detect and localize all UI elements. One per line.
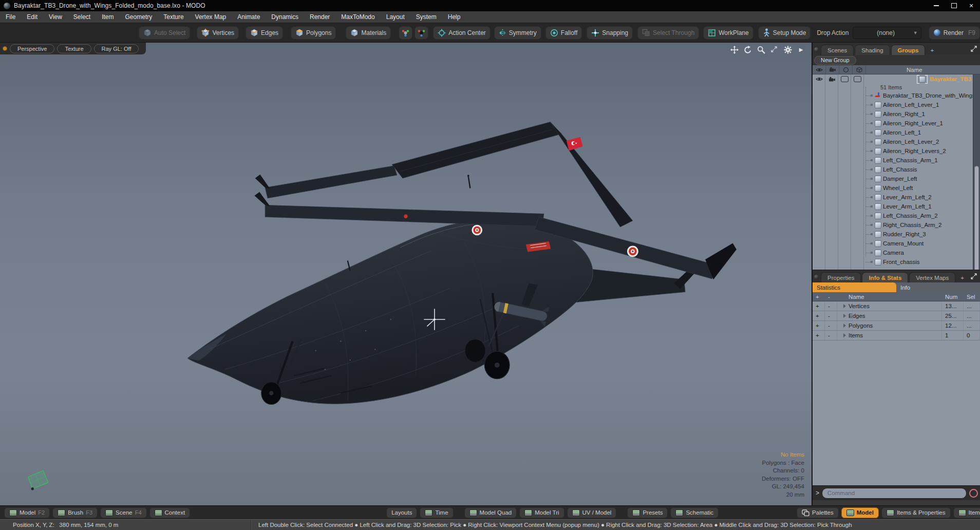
orbit-icon[interactable] xyxy=(743,45,752,54)
mesh-column-icon[interactable] xyxy=(853,65,866,74)
vertices-button[interactable]: Vertices xyxy=(197,26,239,40)
falloff-button[interactable]: Falloff xyxy=(545,26,582,40)
edges-button[interactable]: Edges xyxy=(246,26,283,40)
add-tab-button[interactable]: + xyxy=(956,273,968,282)
list-item[interactable]: Aileron_Right_1 xyxy=(813,109,980,119)
list-scrollbar[interactable] xyxy=(973,74,980,270)
subtab-info[interactable]: Info xyxy=(896,282,980,292)
menu-view[interactable]: View xyxy=(43,11,68,23)
list-item[interactable]: Left_Chassis_Arm_2 xyxy=(813,211,980,220)
close-button[interactable]: × xyxy=(963,0,980,11)
auto-select-button[interactable]: Auto Select xyxy=(139,26,190,40)
select-through-button[interactable]: Select Through xyxy=(637,26,699,40)
menu-file[interactable]: File xyxy=(0,11,21,23)
list-item[interactable]: Left_Chassis xyxy=(813,165,980,174)
list-item[interactable]: Camera xyxy=(813,248,980,257)
list-item[interactable]: Damper_Left xyxy=(813,174,980,183)
layouts-button[interactable]: Layouts xyxy=(386,507,417,518)
tab-ray-gl[interactable]: Ray GL: Off xyxy=(94,44,139,53)
list-item[interactable]: Bayraktar_TB3_Drone_with_Wings ... xyxy=(813,91,980,100)
menu-select[interactable]: Select xyxy=(68,11,96,23)
uv-model-button[interactable]: UV / Model xyxy=(567,507,617,518)
expand-button[interactable]: + xyxy=(813,301,825,311)
menu-texture[interactable]: Texture xyxy=(158,11,189,23)
collapse-button[interactable]: - xyxy=(825,321,837,330)
list-item[interactable]: Left_Chassis_Arm_1 xyxy=(813,156,980,165)
viewport-3d[interactable]: Perspective Texture Ray GL: Off xyxy=(0,43,812,505)
visibility-column-eye-icon[interactable] xyxy=(813,65,826,74)
list-item[interactable]: Aileron_Right_Lever_1 xyxy=(813,119,980,128)
setup-mode-button[interactable]: Setup Mode xyxy=(758,26,811,40)
items-properties-button[interactable]: Items & Properties xyxy=(881,507,951,518)
layout-scene-button[interactable]: SceneF4 xyxy=(100,507,146,518)
menu-animate[interactable]: Animate xyxy=(232,11,266,23)
expand-panel-icon[interactable] xyxy=(971,45,977,54)
menu-geometry[interactable]: Geometry xyxy=(120,11,158,23)
workspace-model-button[interactable]: Model xyxy=(841,507,879,518)
menu-item[interactable]: Item xyxy=(96,11,119,23)
list-item[interactable]: Aileron_Left_1 xyxy=(813,128,980,137)
group-toggle-box-icon[interactable] xyxy=(838,74,851,84)
symmetry-button[interactable]: Symmetry xyxy=(494,26,541,40)
menu-render[interactable]: Render xyxy=(304,11,335,23)
list-item[interactable]: Rudder_Right_3 xyxy=(813,230,980,239)
group-toggle-box-icon[interactable] xyxy=(851,74,864,84)
collapse-all-column[interactable]: - xyxy=(825,294,837,300)
add-tab-button[interactable]: + xyxy=(926,45,938,55)
snapping-button[interactable]: Snapping xyxy=(587,26,633,40)
action-center-button[interactable]: Action Center xyxy=(433,26,491,40)
stats-row-vertices[interactable]: + - Vertices 13... ... xyxy=(813,301,980,311)
stats-row-items[interactable]: + - Items 1 0 xyxy=(813,331,980,340)
camera-icon[interactable] xyxy=(825,74,838,84)
list-item[interactable]: Aileron_Left_Lever_2 xyxy=(813,137,980,146)
schematic-button[interactable]: Schematic xyxy=(670,507,719,518)
element-action-center-button[interactable] xyxy=(399,26,412,40)
group-row[interactable]: Bayraktar_TB3_Drone_with_Wi ... xyxy=(813,74,980,84)
viewport-widget-dot-icon[interactable] xyxy=(3,46,7,51)
items-groups-button[interactable]: Items & Groups xyxy=(953,507,980,518)
list-item[interactable]: Aileron_Right_Levers_2 xyxy=(813,146,980,156)
element-falloff-button[interactable] xyxy=(414,26,428,40)
collapse-button[interactable]: - xyxy=(825,311,837,320)
layout-context-button[interactable]: Context xyxy=(149,507,191,518)
palettes-button[interactable]: Palettes xyxy=(797,507,839,518)
tab-shading[interactable]: Shading xyxy=(855,45,890,55)
model-quad-button[interactable]: Model Quad xyxy=(464,507,517,518)
tab-groups[interactable]: Groups xyxy=(891,45,926,55)
menu-system[interactable]: System xyxy=(410,11,442,23)
expand-panel-icon[interactable] xyxy=(971,273,977,282)
materials-button[interactable]: Materials xyxy=(346,26,391,40)
tab-texture[interactable]: Texture xyxy=(57,44,91,53)
polygons-button[interactable]: Polygons xyxy=(291,26,336,40)
subtab-statistics[interactable]: Statistics xyxy=(813,282,896,292)
collapse-button[interactable]: - xyxy=(825,331,837,340)
tab-vertex-maps[interactable]: Vertex Maps xyxy=(909,272,955,282)
render-button[interactable]: Render F9 xyxy=(929,26,980,40)
menu-layout[interactable]: Layout xyxy=(381,11,410,23)
list-item[interactable]: Aileron_Left_Lever_1 xyxy=(813,100,980,109)
tab-properties[interactable]: Properties xyxy=(821,272,861,282)
zoom-icon[interactable] xyxy=(757,45,765,54)
expand-button[interactable]: + xyxy=(813,311,825,320)
lock-column-icon[interactable] xyxy=(839,65,853,74)
list-item[interactable]: Right_Chassis_Arm_2 xyxy=(813,220,980,230)
expand-button[interactable]: + xyxy=(813,331,825,340)
list-item[interactable]: Wheel_Left xyxy=(813,183,980,193)
presets-button[interactable]: Presets xyxy=(627,507,668,518)
menu-vertex-map[interactable]: Vertex Map xyxy=(190,11,232,23)
scrollbar-thumb[interactable] xyxy=(974,166,979,270)
workplane-button[interactable]: WorkPlane xyxy=(703,26,753,40)
menu-dynamics[interactable]: Dynamics xyxy=(266,11,304,23)
menu-edit[interactable]: Edit xyxy=(21,11,43,23)
render-column-camera-icon[interactable] xyxy=(826,65,839,74)
list-item[interactable]: Lever_Arm_Left_2 xyxy=(813,193,980,202)
command-input[interactable] xyxy=(822,488,967,499)
maximize-button[interactable] xyxy=(945,0,963,11)
model-tri-button[interactable]: Model Tri xyxy=(519,507,564,518)
macro-record-icon[interactable] xyxy=(969,489,978,498)
menu-maxtomodo[interactable]: MaxToModo xyxy=(335,11,380,23)
gear-icon[interactable] xyxy=(783,45,792,54)
panel-widget-dot-icon[interactable] xyxy=(814,275,819,279)
new-group-button[interactable]: New Group xyxy=(814,56,856,65)
expand-button[interactable]: + xyxy=(813,321,825,330)
